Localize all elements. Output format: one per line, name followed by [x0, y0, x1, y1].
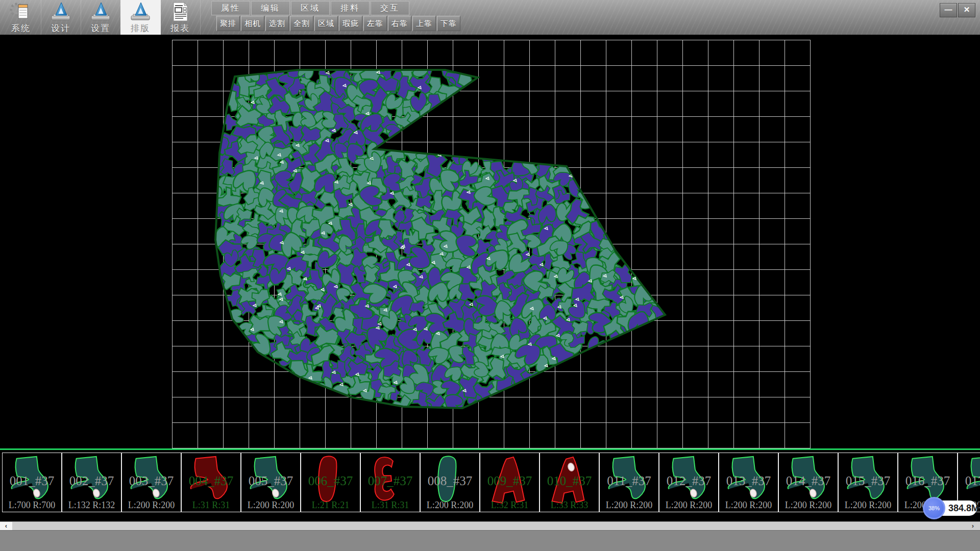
part-id-label: 009_#37 [480, 474, 539, 488]
app-button-5[interactable]: 报表 [160, 0, 201, 35]
close-button[interactable]: ✕ [958, 3, 975, 17]
part-thumbnail-13[interactable]: 013_#37 L:200 R:200 [719, 453, 778, 512]
tool-button-4[interactable]: 全割 [290, 16, 313, 31]
memory-percent-circle: 38% [923, 497, 945, 519]
scroll-right-arrow-icon[interactable]: › [968, 522, 978, 530]
part-id-label: 001_#37 [3, 474, 61, 488]
part-count-label: L:200 R:200 [719, 500, 778, 511]
memory-amount-label: 384.8M [948, 500, 975, 516]
tool-button-row: 聚排相机选割全割区域瑕疵左靠右靠上靠下靠 [216, 16, 461, 31]
tool-button-1[interactable]: 聚排 [216, 16, 240, 31]
part-thumbnail-9[interactable]: 009_#37 L:32 R:31 [480, 453, 540, 512]
tool-button-9[interactable]: 上靠 [412, 16, 436, 31]
part-count-label: L:200 R:200 [659, 500, 718, 511]
part-id-label: 005_#37 [241, 474, 300, 488]
part-id-label: 016_#37 [898, 474, 957, 488]
part-thumbnail-6[interactable]: 006_#37 L:21 R:21 [301, 453, 360, 512]
part-count-label: L:200 R:200 [600, 500, 658, 511]
part-id-label: 008_#37 [421, 474, 479, 488]
report-icon [169, 1, 191, 22]
part-id-label: 004_#37 [182, 474, 240, 488]
part-thumbnail-3[interactable]: 003_#37 L:200 R:200 [121, 453, 181, 512]
part-count-label: L:33 R:33 [540, 500, 599, 511]
part-count-label: L:700 R:700 [3, 500, 61, 511]
nesting-app-window: 系统 设计 设置 排版 报表 属性编辑区域排料交互 聚排相机选割全割区域瑕疵左靠… [0, 0, 980, 551]
menu-tab-5[interactable]: 交互 [371, 1, 409, 15]
part-id-label: 013_#37 [719, 474, 778, 488]
minimize-button[interactable]: — [940, 3, 957, 17]
part-thumbnail-4[interactable]: 004_#37 L:31 R:31 [181, 453, 241, 512]
part-thumbnail-5[interactable]: 005_#37 L:200 R:200 [241, 453, 301, 512]
part-id-label: 010_#37 [540, 474, 599, 488]
design-icon [50, 1, 72, 22]
scroll-left-arrow-icon[interactable]: ‹ [0, 522, 12, 530]
layout-icon [129, 1, 152, 22]
tool-button-5[interactable]: 区域 [314, 16, 338, 31]
menu-tab-row: 属性编辑区域排料交互 [211, 1, 410, 15]
tool-button-6[interactable]: 瑕疵 [339, 16, 362, 31]
part-count-label: L:200 R:200 [122, 500, 181, 511]
part-thumbnail-8[interactable]: 008_#37 L:200 R:200 [420, 453, 480, 512]
part-thumbnail-2[interactable]: 002_#37 L:132 R:132 [62, 453, 121, 512]
app-button-3[interactable]: 设置 [81, 0, 121, 35]
part-thumbnail-11[interactable]: 011_#37 L:200 R:200 [599, 453, 659, 512]
part-count-label: L:200 R:200 [839, 500, 897, 511]
menu-tab-3[interactable]: 区域 [291, 1, 330, 15]
status-bar [0, 530, 980, 551]
part-count-label: L:31 R:31 [182, 500, 240, 511]
part-id-label: 011_#37 [600, 474, 658, 488]
parts-list: 001_#37 L:700 R:700 002_#37 L:132 R:132 … [2, 453, 980, 512]
part-thumbnail-14[interactable]: 014_#37 L:200 R:200 [778, 453, 838, 512]
part-count-label: L:200 R:200 [421, 500, 479, 511]
menu-tab-1[interactable]: 属性 [211, 1, 250, 15]
part-id-label: 002_#37 [62, 474, 121, 488]
app-button-1[interactable]: 系统 [1, 0, 41, 35]
part-count-label: L:21 R:21 [301, 500, 360, 511]
app-button-4[interactable]: 排版 [120, 0, 161, 35]
horizontal-scrollbar[interactable]: ‹ › [0, 521, 980, 530]
menu-tab-4[interactable]: 排料 [331, 1, 370, 15]
tool-button-2[interactable]: 相机 [241, 16, 264, 31]
part-count-label: L:132 R:132 [62, 500, 121, 511]
nesting-canvas[interactable] [0, 35, 980, 448]
leather-hide-nest [0, 35, 980, 448]
menu-tab-2[interactable]: 编辑 [251, 1, 290, 15]
part-count-label: L:200 R:200 [241, 500, 300, 511]
part-id-label: 017_#37 [958, 474, 980, 488]
part-thumbnail-10[interactable]: 010_#37 L:33 R:33 [540, 453, 599, 512]
part-id-label: 006_#37 [301, 474, 360, 488]
part-count-label: L:31 R:31 [361, 500, 420, 511]
system-icon [10, 1, 32, 22]
part-id-label: 007_#37 [361, 474, 420, 488]
tool-button-10[interactable]: 下靠 [437, 16, 460, 31]
top-toolbar: 系统 设计 设置 排版 报表 属性编辑区域排料交互 聚排相机选割全割区域瑕疵左靠… [0, 0, 980, 35]
app-button-2[interactable]: 设计 [41, 0, 81, 35]
part-count-label: L:200 R:200 [779, 500, 838, 511]
part-id-label: 015_#37 [839, 474, 897, 488]
parts-panel: 001_#37 L:700 R:700 002_#37 L:132 R:132 … [0, 448, 980, 521]
part-id-label: 012_#37 [659, 474, 718, 488]
settings-icon [89, 1, 112, 22]
tool-button-3[interactable]: 选割 [265, 16, 289, 31]
part-count-label: L:32 R:31 [480, 500, 539, 511]
memory-usage-badge[interactable]: 38% 384.8M [925, 500, 977, 516]
tool-button-7[interactable]: 左靠 [363, 16, 387, 31]
tool-button-8[interactable]: 右靠 [388, 16, 411, 31]
part-thumbnail-12[interactable]: 012_#37 L:200 R:200 [659, 453, 719, 512]
part-thumbnail-7[interactable]: 007_#37 L:31 R:31 [360, 453, 420, 512]
part-thumbnail-1[interactable]: 001_#37 L:700 R:700 [2, 453, 62, 512]
part-id-label: 014_#37 [779, 474, 838, 488]
part-thumbnail-15[interactable]: 015_#37 L:200 R:200 [838, 453, 898, 512]
part-id-label: 003_#37 [122, 474, 181, 488]
